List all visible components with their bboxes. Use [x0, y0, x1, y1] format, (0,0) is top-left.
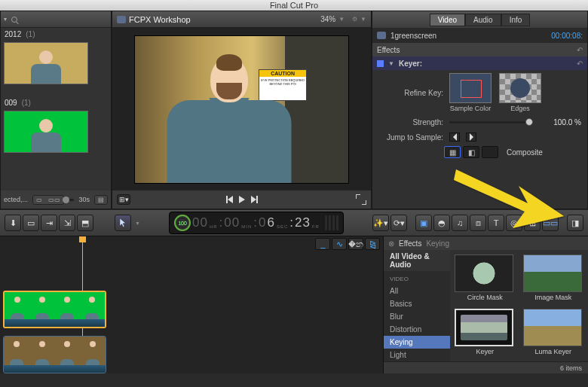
effects-section-header[interactable]: Effects↶ — [372, 43, 587, 56]
clip-thumbnail[interactable] — [4, 111, 88, 153]
edges-tool[interactable]: Edges — [499, 73, 541, 112]
strength-slider[interactable] — [449, 121, 533, 123]
viewer-display-options[interactable]: ⊞▾ — [117, 194, 130, 205]
viewer-zoom[interactable]: 34% — [320, 15, 335, 23]
inspector-tabs: Video Audio Info — [372, 11, 587, 28]
transitions-browser-button[interactable]: ⧈ — [470, 215, 486, 231]
chevron-down-icon[interactable]: ▼ — [338, 16, 345, 23]
view-mode-row: ▦ ◧ Composite — [372, 145, 587, 160]
event-library: ▾ 2012(1) 009(1) ected,... ▭▭▭ 30s ▤ — [0, 11, 112, 209]
reset-icon[interactable]: ↶ — [577, 59, 583, 68]
filmstrip-toggle[interactable]: ▭▭▭ — [32, 195, 64, 205]
sample-color-tool[interactable]: Sample Color — [449, 73, 492, 112]
effects-category-list: All Video & Audio VIDEO All Basics Blur … — [384, 250, 450, 361]
cat-distortion[interactable]: Distortion — [384, 323, 450, 336]
connected-clip[interactable] — [3, 291, 106, 328]
effects-browser-button[interactable]: ▭▭ — [542, 215, 559, 231]
browser-title: Effects — [399, 239, 421, 248]
inspector-toggle-button[interactable]: ◨ — [567, 215, 583, 231]
connect-clip-button[interactable]: ▭ — [23, 215, 39, 231]
music-browser-button[interactable]: ♫ — [452, 215, 468, 231]
transport-bar: ⊞▾ — [112, 190, 371, 209]
effect-item[interactable]: Circle Mask — [455, 254, 516, 301]
library-header: ▾ — [1, 11, 111, 28]
view-original-icon[interactable] — [482, 146, 498, 158]
search-icon[interactable] — [11, 17, 17, 23]
inspector-clip-time: 00:00:08: — [551, 32, 583, 40]
event-row[interactable]: 2012(1) — [1, 28, 111, 41]
next-edit-button[interactable] — [251, 196, 258, 203]
select-tool[interactable] — [115, 215, 131, 231]
prev-sample-button[interactable] — [449, 133, 460, 142]
dashboard: 100 00HR: 00MIN: 06SEC: 23FR — [169, 212, 344, 234]
clip-thumbnail[interactable] — [4, 42, 88, 84]
next-sample-button[interactable] — [466, 133, 476, 142]
effects-footer: 6 items — [384, 361, 588, 373]
tab-audio[interactable]: Audio — [465, 14, 501, 26]
tab-info[interactable]: Info — [501, 14, 531, 26]
generators-browser-button[interactable]: ◎ — [506, 215, 522, 231]
effect-enable-checkbox[interactable] — [377, 60, 384, 67]
list-view-toggle[interactable]: ▤ — [94, 195, 108, 205]
themes-browser-button[interactable]: ⊞ — [524, 215, 541, 231]
inspector-clip-name: 1greenscreen — [390, 32, 436, 40]
audio-meters[interactable] — [325, 215, 338, 230]
cat-blur[interactable]: Blur — [384, 310, 450, 323]
library-collapse-icon[interactable]: ▾ — [4, 16, 7, 23]
timeline[interactable]: ⎯ ∿ �න ⧎ — [0, 236, 383, 373]
close-icon[interactable]: ⊗ — [388, 239, 394, 248]
thumbnail-size-slider[interactable] — [69, 199, 74, 201]
keyer-header[interactable]: ▼ Keyer: ↶ — [372, 56, 587, 70]
cat-keying[interactable]: Keying — [384, 336, 450, 349]
disclosure-triangle-icon[interactable]: ▼ — [388, 60, 394, 67]
viewer-canvas[interactable]: CAUTION EYE PROTECTION REQUIRED BEYOND T… — [112, 28, 371, 190]
snapping-toggle[interactable]: ⧎ — [365, 238, 380, 250]
effect-item[interactable]: Keyer — [455, 309, 516, 355]
photos-browser-button[interactable]: ◓ — [433, 215, 450, 231]
cat-all-video-audio[interactable]: All Video & Audio — [384, 250, 450, 271]
skimming-toggle[interactable]: ⎯ — [315, 238, 330, 250]
caution-sign: CAUTION EYE PROTECTION REQUIRED BEYOND T… — [259, 69, 307, 101]
timecode[interactable]: 00HR: 00MIN: 06SEC: 23FR — [192, 215, 320, 230]
clip-icon — [117, 16, 126, 23]
primary-storyline-clip[interactable] — [3, 336, 106, 373]
event-row[interactable]: 009(1) — [1, 96, 111, 109]
chevron-down-icon[interactable]: ▼ — [360, 16, 366, 23]
import-button[interactable]: ⬇ — [5, 215, 21, 231]
effect-item[interactable]: Luma Keyer — [523, 309, 584, 355]
library-footer: ected,... ▭▭▭ 30s ▤ — [1, 190, 111, 209]
titles-browser-button[interactable]: T — [488, 215, 504, 231]
effects-grid: Circle Mask Image Mask Keyer Luma Keyer — [450, 250, 588, 361]
inspector-clip-row: 1greenscreen 00:00:08: — [372, 28, 587, 43]
viewer-settings-icon[interactable]: ⚙ — [352, 16, 357, 23]
overwrite-clip-button[interactable]: ⬒ — [77, 215, 93, 231]
reset-icon[interactable]: ↶ — [577, 46, 583, 54]
cat-all[interactable]: All — [384, 285, 450, 297]
view-matte-icon[interactable]: ◧ — [463, 146, 479, 158]
strength-value[interactable]: 100.0 % — [544, 118, 581, 126]
clip-icon — [377, 32, 386, 39]
viewer-header: FCPX Workshop 34% ▼ ⚙ ▼ — [112, 11, 371, 28]
inspector: Video Audio Info 1greenscreen 00:00:08: … — [372, 11, 588, 209]
browser-crumb: Keying — [426, 239, 449, 248]
play-button[interactable] — [239, 196, 245, 203]
viewer-title: FCPX Workshop — [129, 15, 191, 24]
cat-light[interactable]: Light — [384, 349, 450, 361]
refine-key-row: Refine Key: Sample Color Edges — [372, 70, 587, 115]
cat-basics[interactable]: Basics — [384, 297, 450, 310]
prev-edit-button[interactable] — [226, 196, 233, 203]
enhance-menu-button[interactable]: ✨▾ — [372, 215, 389, 231]
viewer: FCPX Workshop 34% ▼ ⚙ ▼ CAUTION EYE PROT… — [112, 11, 372, 209]
jump-to-sample-row: Jump to Sample: — [372, 130, 587, 145]
media-browser-button[interactable]: ▣ — [415, 215, 432, 231]
view-composite-icon[interactable]: ▦ — [444, 146, 461, 158]
bg-tasks-wheel[interactable]: 100 — [174, 215, 191, 231]
retime-menu-button[interactable]: ⟳▾ — [390, 215, 407, 231]
tab-video[interactable]: Video — [430, 14, 465, 26]
insert-clip-button[interactable]: ⇥ — [41, 215, 57, 231]
audio-skimming-toggle[interactable]: ∿ — [332, 238, 347, 250]
solo-toggle[interactable]: �න — [348, 238, 363, 250]
effect-item[interactable]: Image Mask — [523, 254, 584, 301]
append-clip-button[interactable]: ⇲ — [59, 215, 75, 231]
fullscreen-icon[interactable] — [356, 194, 366, 205]
